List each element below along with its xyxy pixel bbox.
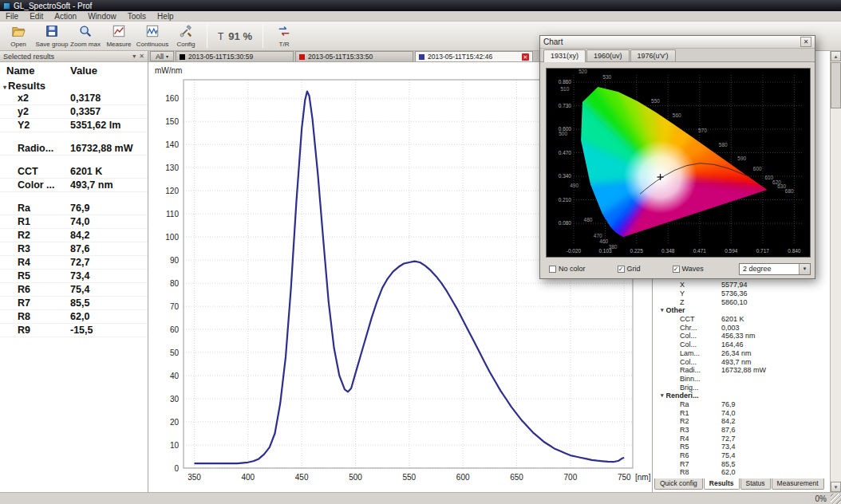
result-row[interactable]: Y25351,62 lm [0, 119, 148, 132]
chart-window-close-icon[interactable]: ✕ [800, 37, 811, 47]
result-row[interactable]: y20,3357 [0, 105, 148, 119]
tree-item-row[interactable]: R785,5 [653, 459, 830, 468]
dataset-tab[interactable]: 2013-05-11T15:33:50 [295, 51, 413, 61]
tree-item-row[interactable]: Col...164,46 [653, 341, 830, 349]
resize-grip[interactable] [831, 494, 841, 504]
result-row[interactable]: R472,7 [0, 256, 148, 270]
tab-status[interactable]: Status [740, 478, 771, 490]
tree-expand-icon[interactable]: ▾ [661, 392, 664, 399]
pin-icon[interactable]: ▾ [132, 53, 136, 60]
tab-quick-config[interactable]: Quick config [654, 478, 703, 490]
result-row[interactable]: CCT6201 K [0, 165, 148, 179]
menu-item-help[interactable]: Help [152, 12, 180, 21]
scroll-up-icon[interactable]: ▲ [831, 51, 841, 61]
menu-item-action[interactable]: Action [49, 12, 82, 21]
zoom-max-button[interactable]: Zoom max [69, 22, 102, 49]
observer-dropdown[interactable]: 2 degree▼ [739, 263, 811, 275]
result-row[interactable]: Ra76,9 [0, 202, 148, 215]
tree-item-row[interactable]: CCT6201 K [653, 315, 830, 324]
tree-group-row[interactable]: ▾Renderi... [653, 392, 830, 400]
tree-item-row[interactable]: Ra76,9 [653, 400, 830, 409]
tree-item-row[interactable]: Col...493,7 nm [653, 357, 830, 366]
tree-item-row[interactable]: Lam...26,34 nm [653, 349, 830, 358]
tree-item-row[interactable]: R472,7 [653, 434, 830, 443]
tree-item-row[interactable]: R573,4 [653, 443, 830, 451]
menu-item-file[interactable]: File [0, 12, 24, 21]
results-group-row[interactable]: ▾Results [0, 79, 148, 92]
open-button[interactable]: Open [2, 22, 35, 49]
checkbox-waves[interactable]: ✓Waves [673, 265, 704, 273]
tree-item-row[interactable]: Col...456,33 nm [653, 332, 830, 341]
tab-1960uv[interactable]: 1960(uv) [586, 49, 630, 61]
result-name: R5 [18, 270, 70, 282]
menu-item-tools[interactable]: Tools [122, 12, 152, 21]
continuous-button[interactable]: Continuous [136, 22, 169, 49]
checkbox-icon[interactable]: ✓ [618, 266, 625, 273]
result-row[interactable]: R675,4 [0, 283, 148, 297]
tree-item-row[interactable]: Y5736,36 [653, 289, 830, 298]
svg-text:mW/nm: mW/nm [155, 66, 182, 75]
result-row[interactable]: x20,3178 [0, 92, 148, 105]
tab-1976uv[interactable]: 1976(u'v') [630, 49, 676, 61]
svg-text:510: 510 [560, 86, 569, 92]
measure-button[interactable]: Measure [102, 22, 136, 49]
result-row[interactable]: R573,4 [0, 270, 148, 283]
tree-item-row[interactable]: R284,2 [653, 417, 830, 426]
tr-toggle-button[interactable]: T/R [267, 22, 301, 49]
tree-item-row[interactable]: R675,4 [653, 451, 830, 460]
dataset-tab[interactable]: 2013-05-11T15:42:46✕ [415, 51, 533, 61]
result-row[interactable]: R387,6 [0, 242, 148, 256]
result-row[interactable]: Radio...16732,88 mW [0, 142, 148, 156]
title-bar[interactable]: GL_SpectroSoft - Prof [0, 0, 841, 11]
svg-text:600: 600 [456, 473, 470, 482]
result-row[interactable]: Color ...493,7 nm [0, 179, 148, 192]
tree-item-row[interactable]: Z5860,10 [653, 297, 830, 306]
tree-item-row[interactable]: R387,6 [653, 426, 830, 435]
chart-window[interactable]: Chart ✕ 1931(xy)1960(uv)1976(u'v') -0.02… [539, 35, 815, 279]
dropdown-value: 2 degree [743, 265, 772, 273]
tree-group-row[interactable]: ▾Other [653, 306, 830, 315]
scrollbar-thumb[interactable] [831, 62, 841, 108]
result-row[interactable]: R862,0 [0, 310, 148, 324]
result-value: 0,3178 [70, 93, 148, 104]
dataset-tab[interactable]: 2013-05-11T15:30:59 [176, 51, 294, 61]
close-tab-icon[interactable]: ✕ [522, 53, 529, 61]
chromaticity-diagram[interactable]: -0.0200.1030.2250.3480.4710.5940.7170.84… [546, 68, 811, 258]
config-button[interactable]: Config [169, 22, 203, 49]
checkbox-icon[interactable]: ✓ [673, 266, 680, 273]
close-panel-icon[interactable]: ✕ [139, 53, 144, 60]
vertical-scrollbar[interactable]: ▲ ▼ [830, 51, 841, 492]
checkbox-icon[interactable] [549, 266, 556, 273]
tab-measurement[interactable]: Measurement [772, 478, 824, 490]
tree-item-row[interactable]: Binn... [653, 375, 830, 384]
result-name: x2 [18, 93, 70, 104]
tree-item-name: Col... [680, 358, 707, 366]
menu-item-edit[interactable]: Edit [24, 12, 49, 21]
tree-item-value: 62,0 [721, 468, 736, 476]
result-row[interactable]: R9-15,5 [0, 324, 148, 337]
tree-item-row[interactable]: R174,0 [653, 408, 830, 417]
tree-item-row[interactable]: X5577,94 [653, 281, 830, 289]
result-row[interactable]: R284,2 [0, 229, 148, 242]
scroll-down-icon[interactable]: ▼ [831, 482, 841, 492]
tree-item-row[interactable]: Radi...16732,88 mW [653, 366, 830, 375]
tree-item-row[interactable]: R862,0 [653, 468, 830, 477]
checkbox-grid[interactable]: ✓Grid [618, 265, 641, 273]
tree-expand-icon[interactable]: ▾ [661, 307, 664, 313]
dataset-tab-label: 2013-05-11T15:42:46 [428, 53, 492, 61]
tr-icon [277, 24, 291, 40]
checkbox-no-color[interactable]: No color [549, 265, 586, 273]
save-group-button[interactable]: Save group [35, 22, 69, 49]
tab-1931xy[interactable]: 1931(xy) [543, 49, 586, 62]
tree-expand-icon[interactable]: ▾ [3, 84, 6, 91]
result-row[interactable]: R785,5 [0, 297, 148, 310]
tab-results[interactable]: Results [704, 478, 740, 490]
tree-item-name: Chr... [680, 324, 707, 332]
tree-item-row[interactable]: Brig... [653, 383, 830, 392]
menu-item-window[interactable]: Window [82, 12, 122, 21]
svg-text:0.340: 0.340 [559, 173, 572, 179]
result-row[interactable]: R174,0 [0, 215, 148, 229]
tab-all[interactable]: All▾ [150, 51, 174, 61]
tree-item-row[interactable]: Chr...0,003 [653, 323, 830, 332]
chart-window-titlebar[interactable]: Chart ✕ [540, 36, 815, 49]
